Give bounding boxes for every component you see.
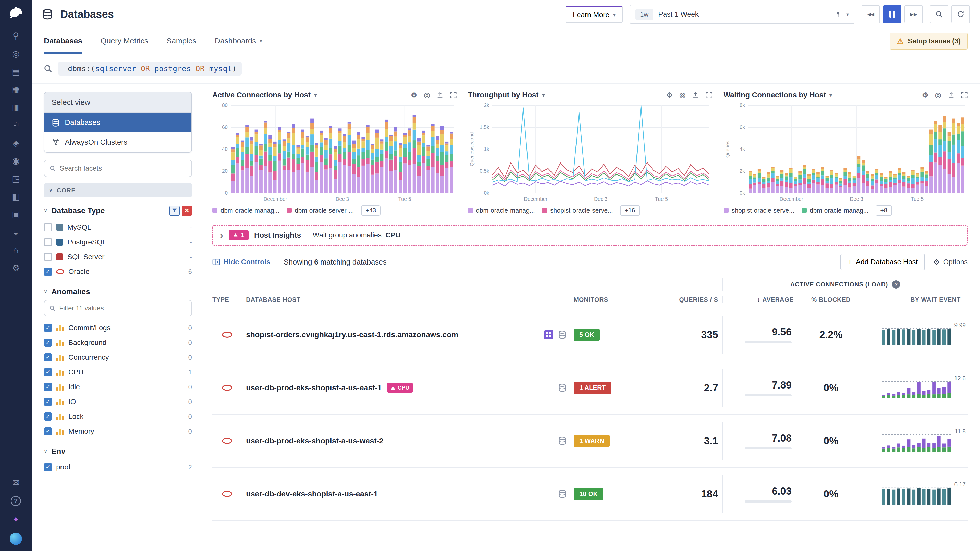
tab-dashboards[interactable]: Dashboards▾ — [215, 29, 262, 54]
facet-item-memory[interactable]: Memory0 — [44, 424, 192, 439]
export-icon[interactable] — [692, 92, 699, 98]
monitors-icon[interactable]: ⚐ — [10, 120, 22, 130]
upgrade-icon[interactable]: ✦ — [10, 514, 22, 524]
facet-item-idle[interactable]: Idle0 — [44, 380, 192, 394]
core-section-header[interactable]: ∨ CORE — [44, 183, 192, 197]
chart-plot-area[interactable]: 0k0.5k1k1.5k2kDecemberDec 3Tue 5Queries/… — [468, 101, 712, 203]
dashboards-icon[interactable]: ▦ — [10, 84, 22, 94]
wait-event-sparkline[interactable]: 11.8 — [882, 429, 964, 453]
database-icon[interactable] — [558, 330, 566, 339]
export-icon[interactable] — [948, 92, 955, 98]
integrations-icon[interactable]: ◧ — [10, 191, 22, 202]
chart-plot-area[interactable]: 0k2k4k6k8kDecemberDec 3Tue 5Queries — [724, 101, 968, 203]
anomalies-filter[interactable] — [44, 300, 192, 316]
column-header-queries[interactable]: QUERIES / S — [654, 296, 718, 303]
user-avatar[interactable] — [10, 533, 22, 545]
checkbox-checked[interactable] — [44, 463, 52, 471]
monitor-status-badge[interactable]: 1 WARN — [574, 435, 610, 447]
setup-issues-button[interactable]: ⚠ Setup Issues (3) — [890, 33, 968, 50]
export-icon[interactable] — [437, 92, 443, 98]
facet-item-io[interactable]: IO0 — [44, 394, 192, 409]
apm-icon[interactable]: ◈ — [10, 138, 22, 148]
checkbox-checked[interactable] — [44, 353, 52, 362]
anomalies-filter-input[interactable] — [59, 304, 186, 312]
legend-more-button[interactable]: +8 — [876, 205, 892, 216]
gear-icon[interactable]: ⚙ — [667, 91, 673, 99]
add-database-host-button[interactable]: + Add Database Host — [840, 254, 925, 270]
checkbox-checked[interactable] — [44, 413, 52, 421]
database-host-link[interactable]: user-db-prod-eks-shopist-a-us-west-2 — [246, 437, 383, 445]
gear-icon[interactable]: ⚙ — [411, 91, 417, 99]
database-icon[interactable] — [558, 383, 566, 392]
ci-icon[interactable]: ◳ — [10, 173, 22, 184]
facet-item-cpu[interactable]: CPU1 — [44, 365, 192, 380]
help-icon[interactable]: ? — [11, 496, 21, 506]
monitor-status-badge[interactable]: 1 ALERT — [574, 382, 611, 394]
chevron-down-icon[interactable]: ▾ — [314, 92, 317, 98]
pin-icon[interactable] — [835, 11, 841, 17]
metrics-icon[interactable]: ▥ — [10, 102, 22, 112]
rewind-button[interactable]: ◀◀ — [862, 5, 880, 24]
search-icon[interactable]: ⚲ — [10, 30, 22, 41]
tab-query-metrics[interactable]: Query Metrics — [100, 29, 148, 54]
table-row[interactable]: user-db-dev-eks-shopist-a-us-east-1 10 O… — [212, 468, 968, 521]
fullscreen-icon[interactable] — [706, 92, 712, 98]
facet-header-anomalies[interactable]: ∨ Anomalies — [44, 287, 192, 296]
legend-item[interactable]: dbm-oracle-manag... — [802, 207, 869, 214]
legend-item[interactable]: dbm-oracle-server-... — [286, 207, 354, 214]
checkbox-checked[interactable] — [44, 398, 52, 406]
database-host-link[interactable]: user-db-prod-eks-shopist-a-us-east-1 — [246, 383, 382, 392]
chevron-down-icon[interactable]: ▾ — [829, 92, 832, 98]
facet-search-input[interactable] — [60, 165, 186, 172]
gear-icon[interactable]: ⚙ — [922, 91, 928, 99]
time-range-picker[interactable]: 1w Past 1 Week ▾ — [630, 5, 854, 24]
facet-item-oracle[interactable]: Oracle 6 — [44, 264, 192, 279]
checkbox-checked[interactable] — [44, 324, 52, 332]
database-host-link[interactable]: shopist-orders.cviighkaj1ry.us-east-1.rd… — [246, 330, 458, 339]
column-header-average[interactable]: ↓AVERAGE — [722, 296, 794, 303]
options-button[interactable]: ⚙ Options — [933, 258, 968, 266]
column-header-monitors[interactable]: MONITORS — [574, 296, 650, 303]
wait-event-sparkline[interactable]: 12.6 — [882, 376, 964, 400]
facet-header-env[interactable]: ∨ Env — [44, 447, 192, 456]
cpu-anomaly-badge[interactable]: CPU — [387, 383, 413, 392]
legend-item[interactable]: dbm-oracle-manag... — [212, 207, 280, 214]
facet-header-database-type[interactable]: ∨ Database Type ✕ — [44, 206, 192, 216]
chat-icon[interactable]: ✉ — [10, 478, 22, 488]
database-icon[interactable] — [558, 437, 566, 445]
facet-item-mysql[interactable]: MySQL - — [44, 220, 192, 235]
chevron-down-icon[interactable]: ▾ — [542, 92, 545, 98]
checkbox[interactable] — [44, 238, 52, 246]
sidebar-view-alwayson-clusters[interactable]: AlwaysOn Clusters — [45, 132, 191, 152]
column-header-wait-event[interactable]: BY WAIT EVENT — [868, 296, 968, 303]
monitor-status-badge[interactable]: 5 OK — [574, 329, 600, 341]
logs-icon[interactable]: ▤ — [10, 66, 22, 76]
chart-plot-area[interactable]: 020406080DecemberDec 3Tue 5 — [212, 101, 457, 203]
facet-item-postgresql[interactable]: PostgreSQL - — [44, 235, 192, 249]
checkbox-checked[interactable] — [44, 383, 52, 391]
host-insights-banner[interactable]: › 1 Host Insights Wait group anomalies: … — [212, 225, 968, 246]
checkbox[interactable] — [44, 253, 52, 261]
tab-samples[interactable]: Samples — [167, 29, 197, 54]
datadog-logo-icon[interactable] — [8, 5, 24, 22]
help-icon[interactable]: ? — [892, 280, 900, 289]
checkbox-checked[interactable] — [44, 338, 52, 347]
infrastructure-icon[interactable]: ⌂ — [10, 245, 22, 255]
notebooks-icon[interactable]: ▣ — [10, 209, 22, 219]
table-row[interactable]: user-db-prod-eks-shopist-a-us-west-2 1 W… — [212, 414, 968, 468]
fast-forward-button[interactable]: ▶▶ — [904, 5, 923, 24]
zoom-search-button[interactable] — [930, 5, 948, 24]
hide-controls-button[interactable]: Hide Controls — [212, 258, 270, 266]
fullscreen-icon[interactable] — [961, 92, 968, 98]
snapshot-icon[interactable]: ◎ — [679, 91, 686, 99]
search-query[interactable]: -dbms:(sqlserver OR postgres OR mysql) — [58, 62, 242, 76]
facet-item-sql-server[interactable]: SQL Server - — [44, 249, 192, 264]
facet-item-lock[interactable]: Lock0 — [44, 409, 192, 424]
tab-databases[interactable]: Databases — [44, 29, 82, 54]
refresh-button[interactable] — [951, 5, 970, 24]
checkbox-checked[interactable] — [44, 368, 52, 376]
integration-icon[interactable] — [544, 330, 553, 339]
wait-event-sparkline[interactable]: 9.99 — [882, 323, 964, 346]
synthetics-icon[interactable]: ◉ — [10, 156, 22, 166]
legend-item[interactable]: dbm-oracle-manag... — [468, 207, 535, 214]
